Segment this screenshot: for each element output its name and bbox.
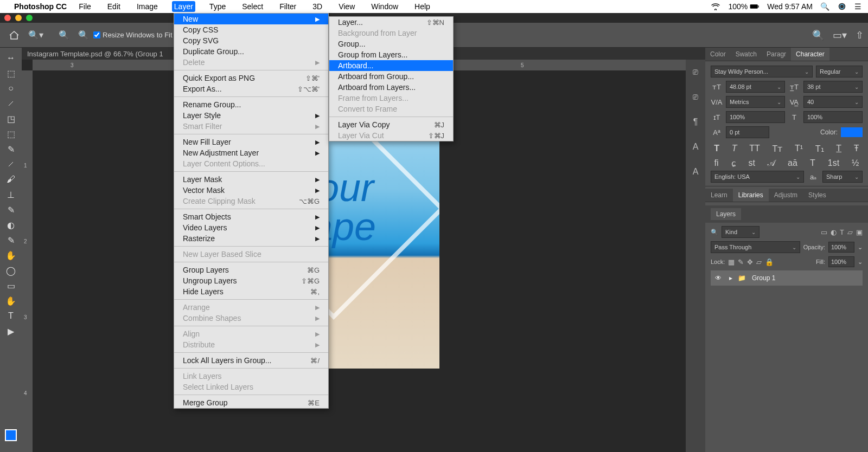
menubar-edit[interactable]: Edit <box>105 1 123 12</box>
tool-1[interactable]: ⬚ <box>3 66 18 80</box>
panel-tab-swatch[interactable]: Swatch <box>731 48 762 61</box>
layer-menu-item-14[interactable]: New Adjustment Layer▶ <box>174 147 328 158</box>
tool-4[interactable]: ◳ <box>3 112 18 126</box>
allcaps-button[interactable]: TT <box>749 144 760 154</box>
panel-strip-4[interactable]: A <box>686 159 705 184</box>
clock[interactable]: Wed 9:57 AM <box>767 2 813 11</box>
tool-0[interactable]: ↔ <box>3 51 18 65</box>
new-submenu-item-6[interactable]: Artboard from Layers... <box>329 82 453 93</box>
filter-shape-icon[interactable]: ▱ <box>847 228 853 236</box>
layer-menu-item-10[interactable]: Layer Style▶ <box>174 110 328 121</box>
tool-17[interactable]: T <box>3 309 18 323</box>
new-submenu-item-3[interactable]: Group from Layers... <box>329 49 453 60</box>
lock-all-icon[interactable]: 🔒 <box>765 258 774 266</box>
menubar-view[interactable]: View <box>336 1 357 12</box>
filter-kind-select[interactable]: Kind⌄ <box>722 226 760 238</box>
superscript-button[interactable]: T¹ <box>795 144 803 154</box>
font-size-input[interactable]: 48.08 pt⌄ <box>726 81 785 93</box>
tool-2[interactable]: ○ <box>3 81 18 95</box>
baseline-input[interactable]: 0 pt <box>726 126 769 138</box>
underline-button[interactable]: T <box>836 144 841 154</box>
zoom-in-icon[interactable]: 🔍 <box>59 30 69 40</box>
zoom-tool-preset[interactable]: 🔍▾ <box>28 30 43 40</box>
home-button[interactable] <box>4 27 24 43</box>
layer-menu-item-7[interactable]: Export As...⇧⌥⌘' <box>174 83 328 94</box>
filter-adjust-icon[interactable]: ◐ <box>831 228 837 236</box>
panel-strip-3[interactable]: A <box>686 134 705 159</box>
fill-input[interactable] <box>828 256 854 267</box>
antialias-select[interactable]: Sharp⌄ <box>822 171 863 183</box>
layer-menu-item-1[interactable]: Copy CSS <box>174 24 328 35</box>
lock-artboard-icon[interactable]: ▱ <box>756 258 762 266</box>
document-tab[interactable]: Instagram Template.psd @ 66.7% (Group 1 <box>27 50 163 58</box>
spotlight-icon[interactable]: 🔍 <box>820 2 829 11</box>
ordinals-button[interactable]: aā <box>788 158 797 169</box>
layer-menu-item-27[interactable]: Group Layers⌘G <box>174 264 328 275</box>
mid-tab-learn[interactable]: Learn <box>705 189 733 202</box>
tool-6[interactable]: ✎ <box>3 142 18 156</box>
vscale-input[interactable]: 100% <box>726 111 785 123</box>
lock-transparency-icon[interactable]: ▦ <box>728 258 735 266</box>
titling-button[interactable]: 𝒜 <box>768 158 775 169</box>
resize-windows-checkbox[interactable]: Resize Windows to Fit <box>93 31 173 39</box>
layer-menu-item-22[interactable]: Video Layers▶ <box>174 222 328 233</box>
tool-13[interactable]: ✋ <box>3 248 18 262</box>
menubar-filter[interactable]: Filter <box>277 1 298 12</box>
blend-mode-select[interactable]: Pass Through⌄ <box>711 241 800 253</box>
share-icon[interactable]: ⇧ <box>856 29 864 41</box>
ligatures-button[interactable]: fi <box>714 158 719 169</box>
language-select[interactable]: English: USA⌄ <box>711 171 804 183</box>
tool-16[interactable]: ✋ <box>3 294 18 308</box>
menubar-select[interactable]: Select <box>240 1 265 12</box>
panel-strip-2[interactable]: ¶ <box>686 109 705 134</box>
tool-9[interactable]: ⊥ <box>3 188 18 202</box>
layer-menu-item-21[interactable]: Smart Objects▶ <box>174 211 328 222</box>
tool-14[interactable]: ◯ <box>3 263 18 277</box>
stylistic-button[interactable]: T <box>810 158 815 169</box>
new-submenu-item-0[interactable]: Layer...⇧⌘N <box>329 17 453 28</box>
expand-icon[interactable]: ▸ <box>729 274 732 282</box>
filter-type-icon[interactable]: T <box>840 228 844 236</box>
tool-11[interactable]: ◐ <box>3 218 18 232</box>
contextual-alt-button[interactable]: ɕ <box>731 158 736 169</box>
layer-menu-item-0[interactable]: New▶ <box>174 14 328 24</box>
siri-icon[interactable] <box>837 3 847 10</box>
font-family-select[interactable]: Stay Wildy Person...⌄ <box>711 66 813 78</box>
subscript-button[interactable]: T₁ <box>815 144 824 154</box>
menubar-file[interactable]: File <box>76 1 93 12</box>
swash-button[interactable]: st <box>749 158 755 169</box>
workspace-switcher-icon[interactable]: ▭▾ <box>833 29 847 41</box>
mid-tab-libraries[interactable]: Libraries <box>733 189 769 202</box>
menubar-type[interactable]: Type <box>207 1 228 12</box>
kerning-select[interactable]: Metrics⌄ <box>726 96 785 108</box>
tool-18[interactable]: ▶ <box>3 324 18 338</box>
search-icon[interactable]: 🔍 <box>812 29 824 41</box>
layers-tab[interactable]: Layers <box>711 208 741 220</box>
layer-menu-item-28[interactable]: Ungroup Layers⇧⌘G <box>174 275 328 286</box>
layer-menu-item-2[interactable]: Copy SVG <box>174 35 328 46</box>
panel-tab-paragr[interactable]: Paragr <box>762 48 791 61</box>
menubar-layer[interactable]: Layer <box>172 1 195 12</box>
layer-menu-item-42[interactable]: Merge Group⌘E <box>174 397 328 408</box>
visibility-icon[interactable]: 👁 <box>715 274 724 282</box>
filter-smart-icon[interactable]: ▣ <box>856 228 863 236</box>
layer-menu-item-23[interactable]: Rasterize▶ <box>174 233 328 244</box>
leading-input[interactable]: 38 pt⌄ <box>803 81 863 93</box>
fractions-button[interactable]: 1st <box>828 158 839 169</box>
zoom-window-button[interactable] <box>26 15 33 21</box>
layer-menu-item-3[interactable]: Duplicate Group... <box>174 46 328 57</box>
lock-position-icon[interactable]: ✥ <box>747 258 753 266</box>
mid-tab-adjustm[interactable]: Adjustm <box>769 189 803 202</box>
new-submenu-item-2[interactable]: Group... <box>329 38 453 49</box>
menubar-help[interactable]: Help <box>412 1 432 12</box>
panel-tab-color[interactable]: Color <box>705 48 731 61</box>
text-color-chip[interactable] <box>841 127 863 137</box>
wifi-icon[interactable] <box>711 3 720 10</box>
tool-7[interactable]: ⟋ <box>3 157 18 171</box>
layer-menu-item-6[interactable]: Quick Export as PNG⇧⌘' <box>174 73 328 83</box>
menubar-image[interactable]: Image <box>135 1 160 12</box>
font-style-select[interactable]: Regular⌄ <box>816 66 863 78</box>
layer-menu-item-29[interactable]: Hide Layers⌘, <box>174 286 328 297</box>
layer-menu-item-17[interactable]: Layer Mask▶ <box>174 174 328 185</box>
battery-status[interactable]: 100% <box>728 2 760 11</box>
